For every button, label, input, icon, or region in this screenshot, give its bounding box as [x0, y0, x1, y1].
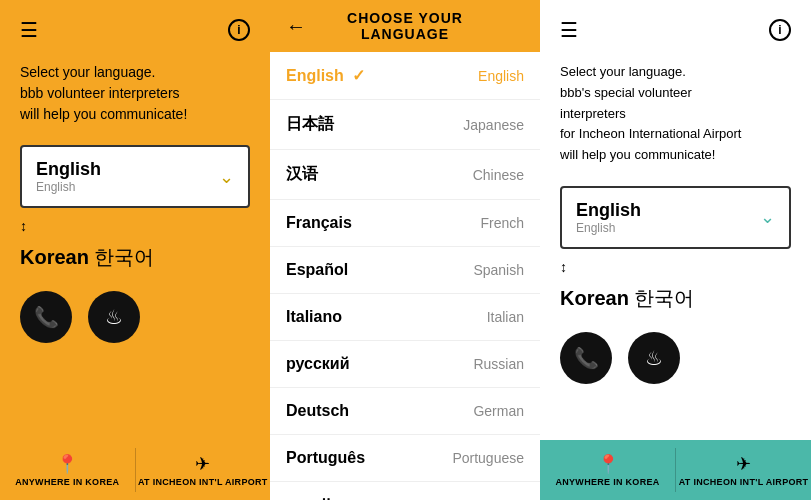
- info-icon[interactable]: i: [228, 19, 250, 41]
- language-native-name: English ✓: [286, 66, 365, 85]
- incheon-airport-label: AT INCHEON INT'L AIRPORT: [138, 477, 268, 487]
- left-panel: ☰ i Select your language. bbb volunteer …: [0, 0, 270, 500]
- middle-panel: ← CHOOSE YOUR LANGUAGE English ✓ English…: [270, 0, 540, 500]
- language-list-item[interactable]: Português Portuguese: [270, 435, 540, 482]
- back-arrow-icon[interactable]: ←: [286, 15, 306, 38]
- language-list-item[interactable]: Español Spanish: [270, 247, 540, 294]
- chevron-down-icon: ⌄: [219, 166, 234, 188]
- language-english-name: German: [473, 403, 524, 419]
- language-list-item[interactable]: 汉语 Chinese: [270, 150, 540, 200]
- dropdown-main-lang: English: [36, 159, 101, 180]
- language-native-name: Español: [286, 261, 348, 279]
- right-select-text: Select your language. bbb's special volu…: [560, 62, 791, 166]
- right-header: ☰ i: [560, 18, 791, 42]
- language-native-name: Italiano: [286, 308, 342, 326]
- call-button[interactable]: 📞: [20, 291, 72, 343]
- language-english-name: Spanish: [473, 262, 524, 278]
- language-list-item[interactable]: Deutsch German: [270, 388, 540, 435]
- right-action-buttons: 📞 ♨: [560, 332, 791, 384]
- right-hamburger-icon[interactable]: ☰: [560, 18, 578, 42]
- anywhere-korea-label: ANYWHERE IN KOREA: [15, 477, 119, 487]
- right-wifi-button[interactable]: ♨: [628, 332, 680, 384]
- airplane-icon: ✈: [195, 453, 210, 475]
- right-dropdown-sub-lang: English: [576, 221, 641, 235]
- language-dropdown[interactable]: English English ⌄: [20, 145, 250, 208]
- action-buttons: 📞 ♨: [20, 291, 250, 343]
- right-call-button[interactable]: 📞: [560, 332, 612, 384]
- language-english-name: Japanese: [463, 117, 524, 133]
- language-list-item[interactable]: English ✓ English: [270, 52, 540, 100]
- language-list: English ✓ English 日本語 Japanese 汉语 Chines…: [270, 52, 540, 500]
- right-dropdown-main-lang: English: [576, 200, 641, 221]
- hamburger-icon[interactable]: ☰: [20, 18, 38, 42]
- dropdown-sub-lang: English: [36, 180, 101, 194]
- right-bottom-bar: 📍 ANYWHERE IN KOREA ✈ AT INCHEON INT'L A…: [540, 440, 811, 500]
- language-list-item[interactable]: العربية Arabic: [270, 482, 540, 500]
- language-english-name: French: [480, 215, 524, 231]
- middle-header: ← CHOOSE YOUR LANGUAGE: [270, 0, 540, 52]
- right-panel: ☰ i Select your language. bbb's special …: [540, 0, 811, 500]
- language-english-name: Russian: [473, 356, 524, 372]
- sort-icon: ↕: [20, 218, 250, 234]
- select-text: Select your language. bbb volunteer inte…: [20, 62, 250, 125]
- right-anywhere-korea-section[interactable]: 📍 ANYWHERE IN KOREA: [540, 440, 675, 500]
- language-english-name: Chinese: [473, 167, 524, 183]
- right-chevron-down-icon: ⌄: [760, 206, 775, 228]
- language-list-item[interactable]: Français French: [270, 200, 540, 247]
- right-sort-icon: ↕: [560, 259, 791, 275]
- language-english-name: English: [478, 68, 524, 84]
- left-bottom-bar: 📍 ANYWHERE IN KOREA ✈ AT INCHEON INT'L A…: [0, 440, 270, 500]
- language-native-name: العربية: [286, 496, 330, 500]
- language-native-name: русский: [286, 355, 350, 373]
- language-list-item[interactable]: русский Russian: [270, 341, 540, 388]
- target-language: Korean 한국어: [20, 244, 250, 271]
- incheon-airport-section[interactable]: ✈ AT INCHEON INT'L AIRPORT: [136, 440, 271, 500]
- language-english-name: Portuguese: [452, 450, 524, 466]
- middle-title: CHOOSE YOUR LANGUAGE: [322, 10, 488, 42]
- right-language-dropdown[interactable]: English English ⌄: [560, 186, 791, 249]
- language-list-item[interactable]: Italiano Italian: [270, 294, 540, 341]
- language-native-name: Deutsch: [286, 402, 349, 420]
- right-airplane-icon: ✈: [736, 453, 751, 475]
- language-native-name: Français: [286, 214, 352, 232]
- right-anywhere-korea-label: ANYWHERE IN KOREA: [555, 477, 659, 487]
- language-native-name: Português: [286, 449, 365, 467]
- right-info-icon[interactable]: i: [769, 19, 791, 41]
- left-header: ☰ i: [20, 18, 250, 42]
- right-incheon-airport-section[interactable]: ✈ AT INCHEON INT'L AIRPORT: [676, 440, 811, 500]
- right-location-icon: 📍: [597, 453, 619, 475]
- wifi-button[interactable]: ♨: [88, 291, 140, 343]
- check-icon: ✓: [352, 66, 365, 85]
- language-list-item[interactable]: 日本語 Japanese: [270, 100, 540, 150]
- language-english-name: Italian: [487, 309, 524, 325]
- right-incheon-airport-label: AT INCHEON INT'L AIRPORT: [679, 477, 809, 487]
- location-icon: 📍: [56, 453, 78, 475]
- language-native-name: 日本語: [286, 114, 334, 135]
- language-native-name: 汉语: [286, 164, 318, 185]
- right-target-language: Korean 한국어: [560, 285, 791, 312]
- anywhere-korea-section[interactable]: 📍 ANYWHERE IN KOREA: [0, 440, 135, 500]
